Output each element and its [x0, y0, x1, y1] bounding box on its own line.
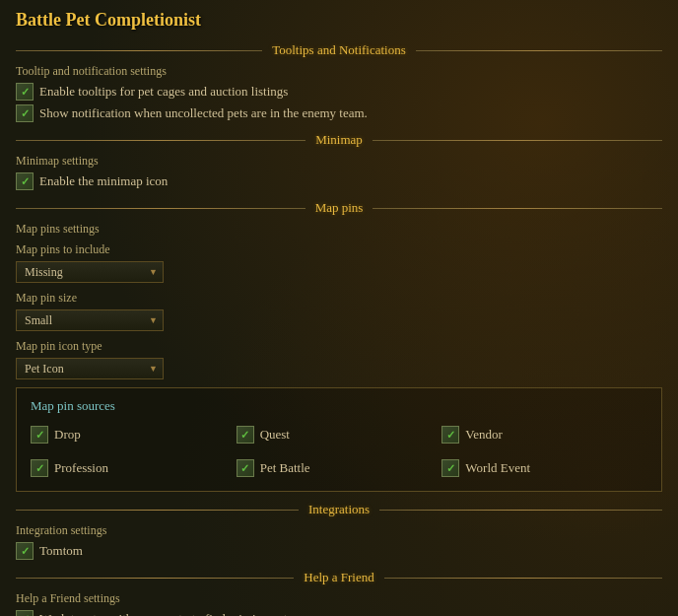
section-mappins-line-right: [373, 208, 662, 209]
checkbox-tooltip-uncollected: Show notification when uncollected pets …: [16, 104, 662, 122]
checkbox-label-vendor: Vendor: [465, 427, 503, 443]
section-line-left: [16, 50, 262, 51]
mappins-icontype-label: Map pin icon type: [16, 339, 662, 354]
checkbox-icon-help-party[interactable]: [16, 610, 34, 616]
section-mappins-title: Map pins: [305, 200, 373, 216]
section-integrations-header: Integrations: [16, 502, 662, 517]
section-minimap-header: Minimap: [16, 132, 662, 148]
mappins-include-label: Map pins to include: [16, 242, 662, 257]
checkbox-icon-profession[interactable]: [31, 459, 48, 477]
checkbox-help-party-row: Work togeter with your party to find mis…: [16, 610, 662, 616]
mappins-icontype-row: Pet Icon Circle Square: [16, 358, 662, 379]
checkbox-minimap-icon: Enable the minimap icon: [16, 172, 662, 190]
checkbox-icon-quest[interactable]: [237, 426, 254, 444]
map-pin-sources-box: Map pin sources Drop Quest Vendor Profes…: [16, 387, 662, 492]
tooltips-settings-label: Tooltip and notification settings: [16, 64, 662, 79]
mappins-icontype-wrapper: Pet Icon Circle Square: [16, 358, 164, 379]
mappins-include-row: Missing All Uncollected: [16, 261, 662, 283]
section-help-line-left: [16, 578, 294, 579]
section-tooltips-title: Tooltips and Notifications: [262, 42, 416, 58]
section-mappins-header: Map pins: [16, 200, 662, 216]
section-integrations-line-left: [16, 510, 299, 511]
section-integrations-title: Integrations: [299, 502, 379, 517]
sources-title: Map pin sources: [31, 398, 647, 414]
checkbox-label-tooltip-cages: Enable tooltips for pet cages and auctio…: [39, 84, 288, 100]
checkbox-icon-drop[interactable]: [31, 426, 48, 444]
checkbox-label-profession: Profession: [54, 460, 108, 476]
section-help-line-right: [384, 578, 662, 579]
section-mappins-line-left: [16, 208, 305, 209]
checkbox-label-petbattle: Pet Battle: [260, 460, 310, 476]
source-quest-row: Quest: [237, 426, 442, 444]
checkbox-icon-tomtom[interactable]: [16, 542, 34, 560]
mappins-size-label: Map pin size: [16, 291, 662, 306]
section-line-right: [416, 50, 662, 51]
integrations-settings-label: Integration settings: [16, 523, 662, 538]
checkbox-label-worldevent: World Event: [465, 460, 530, 476]
minimap-settings-label: Minimap settings: [16, 154, 662, 169]
checkbox-icon-worldevent[interactable]: [441, 459, 459, 477]
source-worldevent-row: World Event: [441, 459, 647, 477]
checkbox-icon-petbattle[interactable]: [237, 459, 254, 477]
mappins-include-select[interactable]: Missing All Uncollected: [16, 261, 164, 283]
mappins-icontype-select[interactable]: Pet Icon Circle Square: [16, 358, 164, 379]
help-settings-label: Help a Friend settings: [16, 591, 662, 606]
checkbox-icon-vendor[interactable]: [441, 426, 459, 444]
checkbox-label-minimap-icon: Enable the minimap icon: [39, 173, 168, 189]
mappins-size-row: Small Medium Large: [16, 309, 662, 331]
checkbox-label-quest: Quest: [260, 427, 290, 443]
mappins-size-select[interactable]: Small Medium Large: [16, 309, 164, 331]
source-petbattle-row: Pet Battle: [237, 459, 442, 477]
mappins-size-wrapper: Small Medium Large: [16, 309, 164, 331]
checkbox-icon-minimap-icon[interactable]: [16, 172, 34, 190]
checkbox-tooltip-cages: Enable tooltips for pet cages and auctio…: [16, 83, 662, 101]
checkbox-icon-tooltip-cages[interactable]: [16, 83, 34, 101]
checkbox-label-drop: Drop: [54, 427, 81, 443]
section-help-header: Help a Friend: [16, 570, 662, 585]
main-panel: Battle Pet Completionist Tooltips and No…: [0, 0, 678, 616]
section-integrations-line-right: [379, 510, 662, 511]
section-minimap-line-left: [16, 140, 305, 141]
section-tooltips-header: Tooltips and Notifications: [16, 42, 662, 58]
source-profession-row: Profession: [31, 459, 237, 477]
checkbox-label-tooltip-uncollected: Show notification when uncollected pets …: [39, 105, 368, 121]
source-drop-row: Drop: [31, 426, 237, 444]
checkbox-label-help-party: Work togeter with your party to find mis…: [39, 611, 293, 616]
mappins-settings-label: Map pins settings: [16, 222, 662, 237]
mappins-include-wrapper: Missing All Uncollected: [16, 261, 164, 283]
checkbox-label-tomtom: Tomtom: [39, 543, 83, 559]
checkbox-icon-tooltip-uncollected[interactable]: [16, 104, 34, 122]
source-vendor-row: Vendor: [441, 426, 647, 444]
panel-title: Battle Pet Completionist: [16, 10, 662, 31]
section-minimap-title: Minimap: [305, 132, 373, 148]
sources-grid: Drop Quest Vendor Profession Pet Battle: [31, 422, 647, 481]
checkbox-tomtom-row: Tomtom: [16, 542, 662, 560]
section-minimap-line-right: [373, 140, 662, 141]
section-help-title: Help a Friend: [294, 570, 383, 585]
